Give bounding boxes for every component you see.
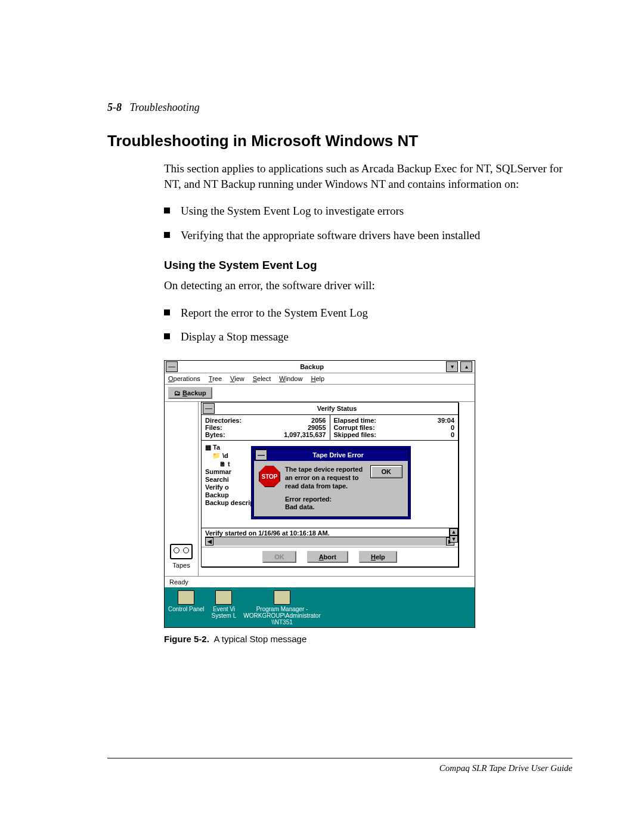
client-area: Tapes — Verify Status Directories:2056 [165, 402, 475, 576]
scroll-left-icon[interactable]: ◀ [205, 537, 213, 546]
stat-value: 2056 [311, 417, 326, 424]
window-title: Backup [179, 362, 445, 371]
ok-button[interactable]: OK [371, 466, 402, 478]
program-manager-icon [274, 590, 290, 605]
paragraph: On detecting an error, the software driv… [164, 278, 572, 293]
toolbar: 🗂 Backup [165, 385, 475, 402]
figure: — Backup ▾ ▴ Operations Tree View Select… [164, 360, 572, 644]
stat-value: 39:04 [438, 417, 454, 424]
backup-button[interactable]: 🗂 Backup [168, 387, 212, 399]
help-button[interactable]: Help [359, 551, 397, 563]
error-title-bar: — Tape Drive Error [254, 449, 408, 461]
scroll-up-icon[interactable]: ▲ [450, 528, 458, 535]
menu-help[interactable]: Help [311, 375, 324, 382]
scrollbar-vertical[interactable]: ▲ ▼ [449, 528, 458, 538]
log-line: Verify started on 1/16/96 at 10:16:18 AM… [205, 529, 330, 537]
stat-label: Skipped files: [334, 431, 377, 438]
desktop-icon-control-panel[interactable]: Control Panel [168, 590, 205, 612]
intro-paragraph: This section applies to applications suc… [164, 161, 572, 191]
stats-panel: Directories:2056 Files:29055 Bytes:1,097… [202, 415, 458, 441]
error-body: STOP The tape device reported an error o… [254, 461, 408, 516]
menu-tree[interactable]: Tree [209, 375, 222, 382]
maximize-button[interactable]: ▴ [460, 361, 472, 372]
stop-icon: STOP [259, 466, 280, 487]
menu-view[interactable]: View [230, 375, 244, 382]
stat-value: 1,097,315,637 [284, 431, 326, 438]
log-area: Verify started on 1/16/96 at 10:16:18 AM… [202, 528, 458, 547]
minimize-button[interactable]: ▾ [446, 361, 458, 372]
heading-1: Troubleshooting in Microsoft Windows NT [107, 132, 572, 150]
desktop-taskbar: Control Panel Event ViSystem L Program M… [165, 587, 475, 627]
error-message: The tape device reported an error on a r… [285, 466, 366, 512]
scrollbar-horizontal[interactable]: ◀ ▶ [205, 537, 454, 546]
list-item: Using the System Event Log to investigat… [164, 202, 572, 220]
stat-value: 29055 [308, 424, 326, 431]
ok-wrap: OK [371, 466, 404, 512]
dialog-buttons: OK Abort Help [202, 547, 458, 566]
menu-window[interactable]: Window [279, 375, 302, 382]
system-menu-icon[interactable]: — [166, 361, 178, 372]
verify-title-bar: — Verify Status [202, 402, 458, 415]
stat-label: Bytes: [205, 431, 225, 438]
verify-title: Verify Status [216, 404, 458, 413]
ok-button[interactable]: OK [262, 551, 296, 563]
tapes-label: Tapes [172, 562, 190, 569]
stat-label: Corrupt files: [334, 424, 375, 431]
bullet-list-b: Report the error to the System Event Log… [164, 304, 572, 346]
screenshot-window: — Backup ▾ ▴ Operations Tree View Select… [164, 360, 475, 628]
stat-value: 0 [451, 431, 454, 438]
page-number: 5-8 [107, 101, 122, 113]
system-menu-icon[interactable]: — [203, 403, 215, 414]
client-main: — Verify Status Directories:2056 Files:2… [199, 402, 475, 576]
system-menu-icon[interactable]: — [255, 450, 267, 460]
control-panel-icon [178, 590, 194, 605]
footer-text: Compaq SLR Tape Drive User Guide [439, 763, 572, 773]
status-bar: Ready [165, 576, 475, 587]
list-item: Display a Stop message [164, 328, 572, 346]
caption-text: A typical Stop message [213, 634, 306, 644]
running-header: 5-8 Troubleshooting [107, 101, 572, 114]
title-bar: — Backup ▾ ▴ [165, 361, 475, 373]
left-rail: Tapes [165, 402, 199, 576]
window-buttons: ▾ ▴ [445, 361, 473, 373]
scroll-down-icon[interactable]: ▼ [450, 535, 458, 543]
menu-operations[interactable]: Operations [168, 375, 200, 382]
figure-caption: Figure 5-2. A typical Stop message [164, 634, 572, 644]
desktop-icon-event-viewer[interactable]: Event ViSystem L [212, 590, 237, 619]
stat-value: 0 [451, 424, 454, 431]
list-item: Verifying that the appropriate software … [164, 227, 572, 244]
page: 5-8 Troubleshooting Troubleshooting in M… [0, 0, 644, 833]
section-name: Troubleshooting [130, 101, 200, 113]
caption-label: Figure 5-2. [164, 634, 209, 644]
tape-icon[interactable] [170, 544, 193, 559]
stat-label: Elapsed time: [334, 417, 377, 424]
stat-label: Directories: [205, 417, 242, 424]
menu-bar: Operations Tree View Select Window Help [165, 373, 475, 385]
stats-left: Directories:2056 Files:29055 Bytes:1,097… [202, 415, 330, 440]
stats-right: Elapsed time:39:04 Corrupt files:0 Skipp… [330, 415, 459, 440]
desktop-icon-program-manager[interactable]: Program Manager - WORKGROUP\Administrato… [243, 590, 320, 625]
event-viewer-icon [215, 590, 232, 605]
error-dialog: — Tape Drive Error STOP The tape device … [253, 448, 408, 517]
error-title: Tape Drive Error [268, 450, 408, 460]
abort-button[interactable]: Abort [307, 551, 348, 563]
heading-2: Using the System Event Log [164, 259, 572, 272]
stat-label: Files: [205, 424, 222, 431]
menu-select[interactable]: Select [253, 375, 271, 382]
list-item: Report the error to the System Event Log [164, 304, 572, 322]
body-column: This section applies to applications suc… [164, 161, 572, 644]
footer-rule [107, 758, 572, 758]
bullet-list-a: Using the System Event Log to investigat… [164, 202, 572, 244]
